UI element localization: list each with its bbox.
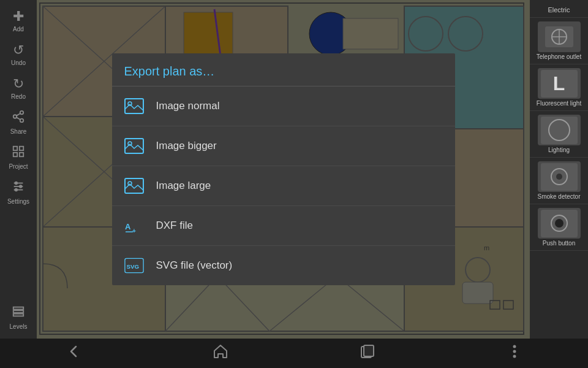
svg-line-34 — [17, 113, 20, 116]
smoke-detector-icon — [538, 161, 581, 192]
sidebar-item-project[interactable]: Project — [0, 141, 37, 174]
svg-line-33 — [17, 117, 20, 120]
sidebar-item-telephone-outlet[interactable]: Telephone outlet — [530, 18, 588, 64]
svg-point-67 — [513, 355, 516, 358]
electric-section-label: Electric — [530, 2, 588, 18]
sidebar-item-share-label: Share — [10, 128, 27, 135]
project-icon — [12, 145, 25, 162]
svg-point-65 — [513, 345, 516, 348]
image-normal-label: Image normal — [156, 100, 220, 112]
svg-point-44 — [15, 189, 18, 191]
svg-file-label: SVG file (vector) — [156, 259, 233, 272]
sidebar-item-levels-label: Levels — [10, 323, 28, 330]
share-icon — [12, 110, 25, 127]
right-sidebar: Electric Telephone outlet Fluorescent li… — [530, 0, 588, 339]
push-button-icon — [538, 208, 581, 239]
sidebar-item-lighting[interactable]: Lighting — [530, 111, 588, 158]
svg-point-66 — [513, 350, 516, 353]
svg-point-42 — [15, 182, 18, 185]
sidebar-item-settings-label: Settings — [7, 198, 29, 205]
export-option-image-large[interactable]: Image large — [112, 166, 455, 206]
fluorescent-light-icon — [538, 68, 581, 99]
sidebar-item-smoke-detector[interactable]: Smoke detector — [530, 158, 588, 204]
dialog-title: Export plan as… — [112, 53, 455, 86]
sidebar-item-share[interactable]: Share — [0, 106, 37, 139]
svg-rect-46 — [13, 310, 24, 313]
home-button[interactable] — [200, 338, 241, 368]
export-option-image-normal[interactable]: Image normal — [112, 86, 455, 126]
undo-icon: ↺ — [13, 42, 24, 58]
svg-file-icon: SVG — [124, 256, 144, 275]
sidebar-item-levels[interactable]: Levels — [0, 301, 37, 334]
export-option-image-bigger[interactable]: Image bigger — [112, 126, 455, 166]
levels-icon — [12, 305, 25, 322]
image-normal-icon — [124, 96, 144, 116]
sidebar-item-redo[interactable]: ↻ Redo — [0, 72, 37, 104]
sidebar-item-undo[interactable]: ↺ Undo — [0, 39, 37, 70]
bottom-bar — [0, 339, 588, 368]
lighting-label: Lighting — [548, 147, 570, 153]
svg-point-31 — [13, 115, 17, 118]
svg-rect-64 — [364, 345, 374, 356]
sidebar-item-add[interactable]: ✚ Add — [0, 5, 37, 36]
export-dialog: Export plan as… Image normal Image bigge… — [112, 53, 455, 285]
telephone-outlet-label: Telephone outlet — [537, 53, 581, 60]
svg-text:A: A — [125, 222, 131, 231]
sidebar-item-undo-label: Undo — [11, 59, 26, 66]
add-icon: ✚ — [13, 9, 24, 25]
settings-icon — [12, 180, 25, 197]
export-option-dxf-file[interactable]: A + DXF file — [112, 206, 455, 246]
dxf-file-icon: A + — [124, 216, 144, 236]
svg-rect-37 — [13, 153, 17, 156]
image-bigger-label: Image bigger — [156, 140, 217, 152]
fluorescent-light-label: Fluorescent light — [537, 100, 581, 107]
sidebar-item-add-label: Add — [13, 26, 24, 33]
left-sidebar: ✚ Add ↺ Undo ↻ Redo Share Project — [0, 0, 37, 339]
svg-point-30 — [20, 111, 24, 115]
telephone-outlet-icon — [538, 21, 581, 52]
sidebar-item-redo-label: Redo — [11, 93, 26, 100]
back-button[interactable] — [53, 338, 94, 368]
image-bigger-icon — [124, 136, 144, 156]
redo-icon: ↻ — [13, 76, 24, 92]
recent-apps-button[interactable] — [347, 338, 388, 368]
svg-text:+: + — [132, 228, 136, 234]
push-button-label: Push button — [543, 240, 575, 247]
svg-text:SVG: SVG — [126, 263, 139, 270]
dialog-overlay[interactable]: Export plan as… Image normal Image bigge… — [37, 0, 530, 339]
image-large-label: Image large — [156, 180, 211, 192]
sidebar-item-push-button[interactable]: Push button — [530, 204, 588, 251]
svg-rect-38 — [20, 153, 23, 156]
lighting-icon — [538, 115, 581, 145]
image-large-icon — [124, 176, 144, 196]
export-option-svg-file[interactable]: SVG SVG file (vector) — [112, 246, 455, 285]
svg-rect-35 — [13, 147, 17, 150]
sidebar-item-settings[interactable]: Settings — [0, 176, 37, 209]
svg-rect-47 — [13, 314, 24, 316]
sidebar-item-fluorescent-light[interactable]: Fluorescent light — [530, 64, 588, 111]
svg-point-43 — [20, 185, 22, 188]
dxf-file-label: DXF file — [156, 220, 193, 232]
smoke-detector-label: Smoke detector — [537, 193, 580, 200]
svg-rect-45 — [13, 307, 24, 310]
sidebar-item-project-label: Project — [9, 163, 28, 170]
more-options-button[interactable] — [494, 338, 535, 368]
svg-point-32 — [20, 119, 24, 123]
svg-rect-36 — [20, 147, 23, 150]
